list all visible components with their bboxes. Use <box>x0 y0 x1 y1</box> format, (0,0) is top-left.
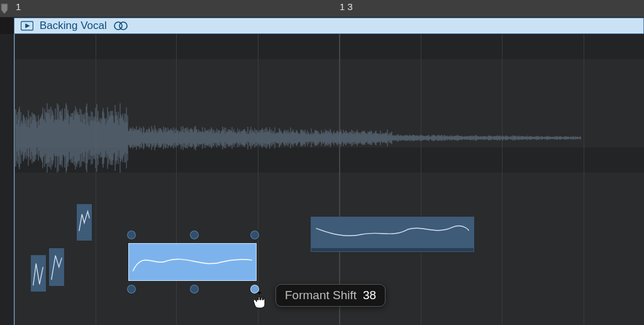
grid-line <box>502 34 502 325</box>
stereo-icon <box>113 21 128 31</box>
region-play-icon <box>21 21 33 31</box>
edit-content[interactable]: Formant Shift 38 <box>14 34 644 325</box>
waveform-display <box>15 103 581 173</box>
ruler-mark: 1 <box>16 1 21 12</box>
flex-handle-icon[interactable] <box>126 229 137 241</box>
pitch-band <box>14 34 644 59</box>
tooltip-label: Formant Shift <box>285 288 357 302</box>
flex-handle-icon[interactable] <box>249 229 260 241</box>
ruler-mark: 1 3 <box>340 1 353 12</box>
formant-handle-active-icon[interactable] <box>249 283 260 295</box>
note-segment[interactable] <box>49 248 64 286</box>
note-segment[interactable] <box>31 255 46 292</box>
grid-line <box>584 34 584 325</box>
svg-point-4 <box>119 22 127 30</box>
note-segment[interactable] <box>77 204 92 241</box>
grid-line <box>258 34 258 325</box>
playhead-handle[interactable] <box>0 0 13 18</box>
playhead-line[interactable] <box>14 34 14 325</box>
parameter-tooltip: Formant Shift 38 <box>275 284 386 307</box>
svg-marker-2 <box>25 23 30 28</box>
svg-marker-0 <box>1 4 8 14</box>
region-header[interactable]: Backing Vocal <box>14 18 644 34</box>
formant-handle-icon[interactable] <box>126 283 137 295</box>
grid-line <box>339 34 340 325</box>
flex-handle-icon[interactable] <box>189 229 200 241</box>
region-title: Backing Vocal <box>40 20 107 32</box>
timeline-ruler[interactable]: 1 1 3 <box>0 0 644 18</box>
grid-line <box>421 34 421 325</box>
formant-handle-icon[interactable] <box>189 283 200 295</box>
note-segment[interactable] <box>311 217 474 252</box>
edit-area: Formant Shift 38 <box>0 34 644 325</box>
grid-line <box>176 34 177 325</box>
grid-line <box>96 34 96 325</box>
note-segment-selected[interactable] <box>128 243 257 281</box>
audio-editor-root: 1 1 3 Backing Vocal <box>0 0 644 325</box>
tooltip-value: 38 <box>363 288 376 302</box>
left-gutter <box>0 34 14 325</box>
